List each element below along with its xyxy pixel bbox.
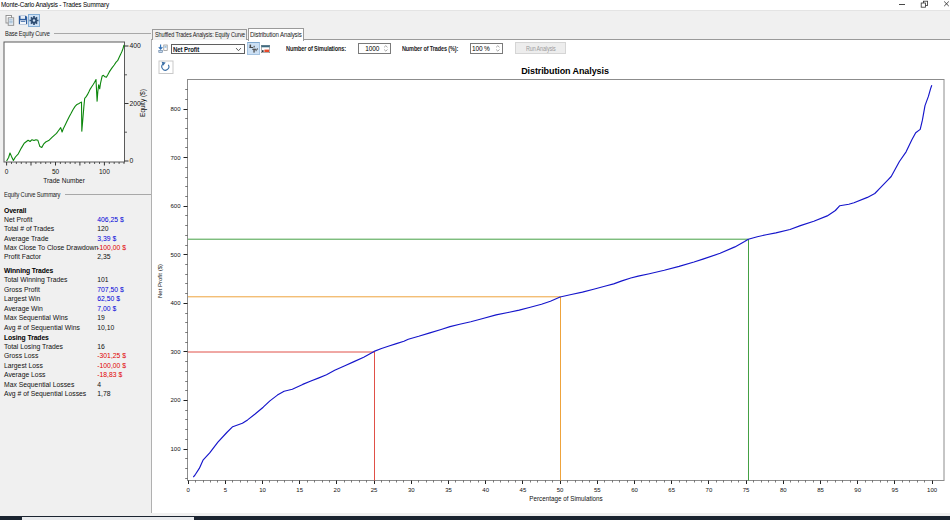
- svg-text:30: 30: [408, 487, 415, 493]
- svg-text:25: 25: [371, 487, 378, 493]
- svg-text:10: 10: [259, 487, 266, 493]
- svg-text:Net Profit ($): Net Profit ($): [157, 264, 163, 298]
- svg-text:40: 40: [482, 487, 489, 493]
- svg-text:0: 0: [130, 157, 134, 164]
- svg-text:55: 55: [594, 487, 601, 493]
- svg-text:0: 0: [186, 487, 190, 493]
- svg-text:Trade Number: Trade Number: [43, 177, 85, 184]
- svg-text:100: 100: [927, 487, 938, 493]
- svg-text:75: 75: [743, 487, 750, 493]
- svg-text:50: 50: [557, 487, 564, 493]
- svg-text:95: 95: [892, 487, 899, 493]
- svg-text:80: 80: [780, 487, 787, 493]
- svg-text:300: 300: [170, 349, 181, 355]
- svg-text:400: 400: [130, 42, 142, 49]
- svg-text:85: 85: [817, 487, 824, 493]
- svg-text:20: 20: [334, 487, 341, 493]
- svg-text:200: 200: [170, 397, 181, 403]
- svg-text:50: 50: [52, 168, 60, 175]
- svg-text:0: 0: [5, 168, 9, 175]
- svg-text:400: 400: [170, 300, 181, 306]
- svg-text:500: 500: [170, 252, 181, 258]
- svg-text:70: 70: [706, 487, 713, 493]
- svg-text:100: 100: [99, 168, 110, 175]
- svg-text:65: 65: [668, 487, 675, 493]
- svg-text:Percentage of Simulations: Percentage of Simulations: [529, 495, 603, 503]
- svg-text:15: 15: [296, 487, 303, 493]
- svg-text:600: 600: [170, 203, 181, 209]
- svg-text:90: 90: [854, 487, 861, 493]
- svg-text:45: 45: [520, 487, 527, 493]
- svg-text:Equity ($): Equity ($): [139, 89, 147, 117]
- svg-text:100: 100: [170, 446, 181, 452]
- svg-text:Distribution Analysis: Distribution Analysis: [521, 66, 609, 76]
- svg-text:700: 700: [170, 155, 181, 161]
- svg-text:60: 60: [631, 487, 638, 493]
- svg-text:800: 800: [170, 106, 181, 112]
- svg-text:5: 5: [224, 487, 228, 493]
- svg-text:35: 35: [445, 487, 452, 493]
